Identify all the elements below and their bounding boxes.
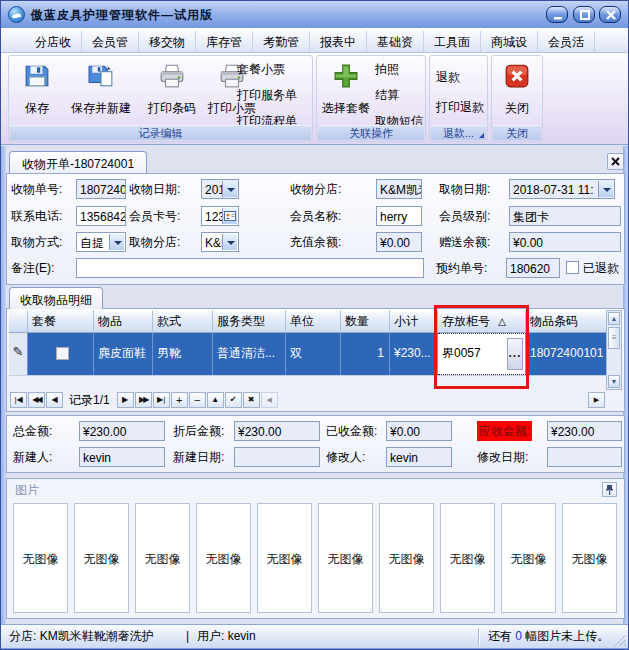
picture-slot-4[interactable]: 无图像: [196, 503, 251, 613]
grid-header-package[interactable]: 套餐: [28, 310, 94, 333]
tab-reports[interactable]: 报表中: [310, 31, 367, 52]
cell-service[interactable]: 普通清洁...: [213, 333, 286, 375]
scroll-up-icon[interactable]: [608, 312, 620, 325]
receive-date-combo[interactable]: 2018: [201, 179, 239, 199]
picture-slot-9[interactable]: 无图像: [501, 503, 556, 613]
nav-last-button[interactable]: [153, 392, 170, 408]
print-service-sheet-link[interactable]: 打印服务单: [237, 87, 297, 103]
save-and-new-button[interactable]: 保存并新建: [61, 59, 141, 127]
grid-header-locker[interactable]: 存放柜号 △: [438, 310, 526, 333]
receive-no-field[interactable]: 180724001: [76, 179, 126, 199]
nav-first-button[interactable]: [10, 392, 27, 408]
document-tab[interactable]: 收物开单-180724001: [9, 151, 147, 174]
picture-slot-1[interactable]: 无图像: [13, 503, 68, 613]
hscroll-left-icon[interactable]: [261, 392, 278, 408]
minimize-button[interactable]: [546, 6, 568, 23]
package-checkbox[interactable]: [56, 347, 69, 360]
close-form-button[interactable]: 关闭: [495, 59, 539, 127]
modify-date-field[interactable]: [547, 447, 622, 467]
picture-slot-2[interactable]: 无图像: [74, 503, 129, 613]
save-button[interactable]: 保存: [15, 59, 59, 127]
pickup-date-combo[interactable]: 2018-07-31 11:: [509, 179, 615, 199]
grid-header-service[interactable]: 服务类型: [213, 310, 286, 333]
tab-tools[interactable]: 工具面: [424, 31, 481, 52]
chevron-down-icon[interactable]: [222, 181, 237, 197]
tab-mall[interactable]: 商城设: [481, 31, 538, 52]
gift-balance-field[interactable]: ¥0.00: [509, 232, 621, 252]
nav-cancel-button[interactable]: [243, 392, 260, 408]
total-amount-field[interactable]: ¥230.00: [79, 421, 165, 441]
tab-member-mgmt[interactable]: 会员管: [82, 31, 139, 52]
chevron-down-icon[interactable]: [109, 234, 124, 250]
modifier-field[interactable]: kevin: [386, 447, 452, 467]
grid-header-item[interactable]: 物品: [94, 310, 153, 333]
picture-slot-7[interactable]: 无图像: [379, 503, 434, 613]
tab-inventory[interactable]: 库存管: [196, 31, 253, 52]
member-card-lookup-button[interactable]: [222, 208, 237, 224]
grid-vertical-scrollbar[interactable]: [606, 310, 622, 390]
cell-subtotal[interactable]: ¥230...: [390, 333, 438, 375]
creator-field[interactable]: kevin: [79, 447, 165, 467]
tab-member-activity[interactable]: 会员活: [538, 31, 595, 52]
recharge-balance-field[interactable]: ¥0.00: [376, 232, 422, 252]
cell-package[interactable]: [28, 333, 94, 375]
resize-grip[interactable]: [614, 634, 626, 646]
tab-transfer[interactable]: 移交物: [139, 31, 196, 52]
nav-append-button[interactable]: [171, 392, 188, 408]
picture-slot-3[interactable]: 无图像: [135, 503, 190, 613]
pin-button[interactable]: [602, 482, 617, 497]
chevron-down-icon[interactable]: [598, 181, 613, 197]
scroll-down-icon[interactable]: [608, 375, 620, 388]
close-button[interactable]: [599, 6, 621, 23]
tab-basic-data[interactable]: 基础资: [367, 31, 424, 52]
nav-post-button[interactable]: [225, 392, 242, 408]
cell-style[interactable]: 男靴: [153, 333, 213, 375]
cell-unit[interactable]: 双: [286, 333, 341, 375]
remark-field[interactable]: [76, 258, 424, 278]
tab-attendance[interactable]: 考勤管: [253, 31, 310, 52]
detail-group-tab[interactable]: 收取物品明细: [9, 287, 103, 309]
discounted-amount-field[interactable]: ¥230.00: [234, 421, 320, 441]
grid-data-row[interactable]: 麂皮面鞋 男靴 普通清洁... 双 1 ¥230... 界0057 180724…: [9, 333, 606, 375]
nav-edit-button[interactable]: [207, 392, 224, 408]
grid-header-style[interactable]: 款式: [153, 310, 213, 333]
picture-slot-6[interactable]: 无图像: [318, 503, 373, 613]
nav-next-page-button[interactable]: [135, 392, 152, 408]
maximize-button[interactable]: [573, 6, 595, 23]
picture-slot-5[interactable]: 无图像: [257, 503, 312, 613]
grid-header-qty[interactable]: 数量: [341, 310, 390, 333]
scrollbar-thumb[interactable]: [608, 327, 620, 349]
chevron-down-icon[interactable]: [222, 234, 237, 250]
pickup-method-combo[interactable]: 自提: [76, 232, 126, 252]
tab-branch-receive[interactable]: 分店收: [25, 31, 82, 52]
print-barcode-button[interactable]: 打印条码: [143, 59, 201, 127]
grid-header-barcode[interactable]: 物品条码: [526, 310, 606, 333]
picture-slot-10[interactable]: 无图像: [562, 503, 617, 613]
grid-header-unit[interactable]: 单位: [286, 310, 341, 333]
received-amount-field[interactable]: ¥0.00: [386, 421, 452, 441]
select-package-button[interactable]: 选择套餐: [319, 59, 373, 127]
cell-item[interactable]: 麂皮面鞋: [94, 333, 153, 375]
phone-field[interactable]: 13568424: [76, 206, 126, 226]
refund-dialog-launcher-icon[interactable]: [479, 133, 484, 138]
settle-link[interactable]: 结算: [375, 87, 399, 103]
nav-delete-button[interactable]: [189, 392, 206, 408]
locker-ellipsis-button[interactable]: [507, 338, 523, 370]
refunded-checkbox[interactable]: [566, 261, 579, 274]
picture-slot-8[interactable]: 无图像: [440, 503, 495, 613]
member-card-field[interactable]: 123: [201, 206, 239, 226]
nav-next-button[interactable]: [117, 392, 134, 408]
booking-no-field[interactable]: 180620: [506, 258, 560, 278]
hscroll-right-icon[interactable]: [588, 392, 605, 408]
create-date-field[interactable]: [234, 447, 320, 467]
refund-link[interactable]: 退款: [436, 69, 460, 85]
pickup-branch-combo[interactable]: K&M: [201, 232, 239, 252]
print-refund-link[interactable]: 打印退款: [436, 99, 484, 115]
cell-barcode[interactable]: 18072400101: [526, 333, 606, 375]
cell-qty[interactable]: 1: [341, 333, 390, 375]
take-photo-link[interactable]: 拍照: [375, 61, 399, 77]
package-receipt-link[interactable]: 套餐小票: [237, 61, 285, 77]
document-close-button[interactable]: [607, 153, 624, 170]
receive-branch-field[interactable]: K&M凯米鞋: [376, 179, 422, 199]
member-level-field[interactable]: 集团卡: [509, 206, 621, 226]
